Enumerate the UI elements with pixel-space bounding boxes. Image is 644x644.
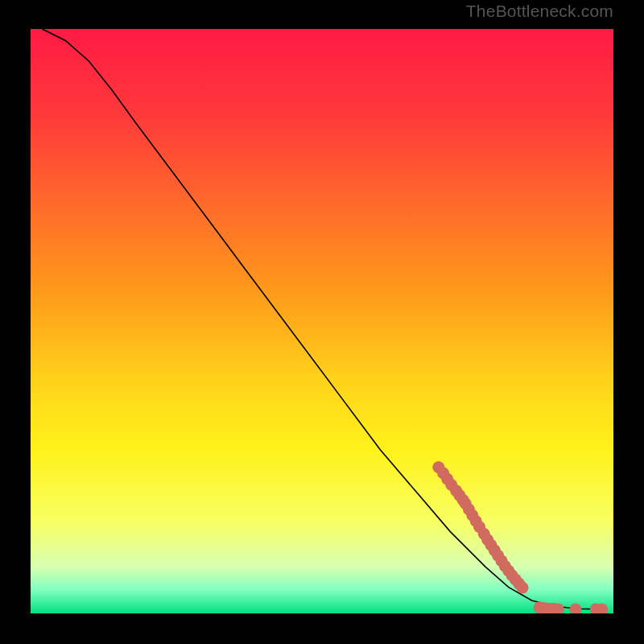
chart-plot (31, 29, 613, 613)
chart-container: { "attribution": "TheBottleneck.com", "c… (0, 0, 644, 644)
gradient-background (31, 29, 613, 613)
attribution-label: TheBottleneck.com (466, 2, 613, 21)
data-point (517, 582, 529, 594)
